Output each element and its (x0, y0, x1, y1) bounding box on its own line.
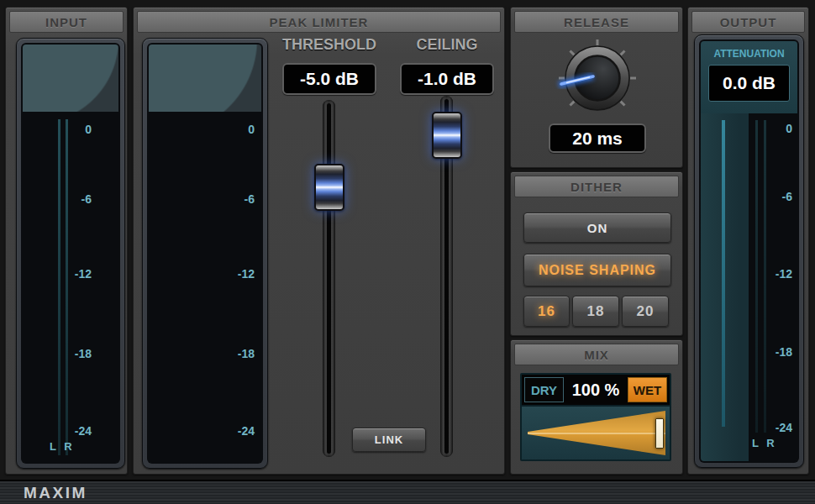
ceiling-value-display[interactable]: -1.0 dB (400, 63, 494, 95)
threshold-value-display[interactable]: -5.0 dB (282, 63, 376, 95)
output-section-title: OUTPUT (691, 11, 805, 33)
input-section: INPUT 0 -6 -12 -18 -24 L R (5, 7, 128, 475)
input-scale-tick: -6 (61, 193, 92, 205)
input-meter: 0 -6 -12 -18 -24 L R (16, 38, 125, 469)
bit-depth-18-button[interactable]: 18 (572, 296, 619, 327)
mix-section: MIX DRY 100 % WET (510, 339, 683, 475)
peak-limiter-section-title: PEAK LIMITER (137, 11, 501, 33)
limiter-scale-tick: -6 (224, 193, 255, 205)
input-meter-bar-left (58, 119, 60, 455)
output-scale-tick: -24 (762, 422, 792, 433)
release-section: RELEASE (510, 7, 683, 168)
output-level-meter: 0 -6 -12 -18 -24 L R (749, 113, 797, 461)
bit-depth-16-button[interactable]: 16 (523, 296, 570, 327)
release-value-display[interactable]: 20 ms (549, 123, 646, 153)
plugin-title: MAXIM (24, 484, 87, 502)
output-scale-tick: -18 (762, 346, 792, 358)
plugin-title-bar: MAXIM (0, 480, 815, 504)
attenuation-meter (701, 113, 749, 461)
mix-value-display[interactable]: 100 % (564, 377, 628, 402)
threshold-label: THRESHOLD (281, 36, 378, 54)
mix-section-title: MIX (514, 344, 679, 365)
output-channels-label: L R (752, 437, 777, 449)
output-meter-bar-left (755, 120, 758, 433)
mix-control: DRY 100 % WET (520, 373, 671, 461)
output-section: OUTPUT ATTENUATION 0.0 dB 0 -6 -12 -18 - (687, 7, 809, 475)
limiter-scale-tick: 0 (224, 123, 255, 135)
input-channels-label: L R (50, 440, 75, 453)
input-scale-tick: -18 (61, 348, 92, 360)
mix-wet-label[interactable]: WET (628, 377, 667, 402)
input-scale-tick: -12 (61, 268, 92, 280)
threshold-slider-track[interactable] (323, 100, 335, 457)
limiter-meter: 0 -6 -12 -18 -24 (142, 38, 268, 469)
dither-on-button[interactable]: ON (523, 213, 671, 243)
attenuation-label: ATTENUATION (701, 48, 797, 60)
input-scale-tick: -24 (61, 425, 92, 437)
limiter-scope-display (149, 45, 261, 112)
limiter-scale-tick: -12 (224, 268, 255, 280)
output-scale-tick: -6 (762, 191, 792, 202)
mix-fader[interactable] (522, 407, 670, 459)
mix-dry-label[interactable]: DRY (524, 377, 564, 402)
attenuation-panel: ATTENUATION 0.0 dB (701, 41, 797, 113)
dither-section-title: DITHER (514, 176, 679, 197)
limiter-scale-tick: -24 (224, 425, 255, 437)
release-section-title: RELEASE (514, 11, 679, 33)
mix-fader-centerline (528, 433, 665, 434)
input-scope-display (23, 45, 118, 112)
dither-section: DITHER ON NOISE SHAPING 16 18 20 (510, 171, 683, 336)
input-section-title: INPUT (9, 11, 124, 33)
output-scale-tick: -12 (762, 268, 792, 280)
output-meter: ATTENUATION 0.0 dB 0 -6 -12 -18 -24 L R (694, 34, 804, 468)
input-scale-tick: 0 (61, 123, 92, 135)
attenuation-meter-bar (722, 120, 725, 427)
noise-shaping-button[interactable]: NOISE SHAPING (523, 254, 671, 286)
input-meter-bar-right (66, 119, 68, 455)
maxim-plugin-window: INPUT 0 -6 -12 -18 -24 L R PEAK LIMITER … (0, 0, 815, 504)
ceiling-label: CEILING (398, 36, 496, 54)
threshold-slider-handle[interactable] (314, 164, 344, 211)
peak-limiter-section: PEAK LIMITER 0 -6 -12 -18 -24 THRESHOLD … (133, 7, 505, 475)
attenuation-value-display: 0.0 dB (708, 65, 790, 102)
bit-depth-20-button[interactable]: 20 (622, 296, 669, 327)
limiter-scale-tick: -18 (224, 348, 255, 360)
link-button[interactable]: LINK (352, 428, 426, 452)
mix-fader-handle[interactable] (655, 418, 664, 449)
release-knob[interactable] (554, 34, 641, 122)
ceiling-slider-handle[interactable] (432, 112, 462, 159)
output-scale-tick: 0 (762, 123, 792, 134)
